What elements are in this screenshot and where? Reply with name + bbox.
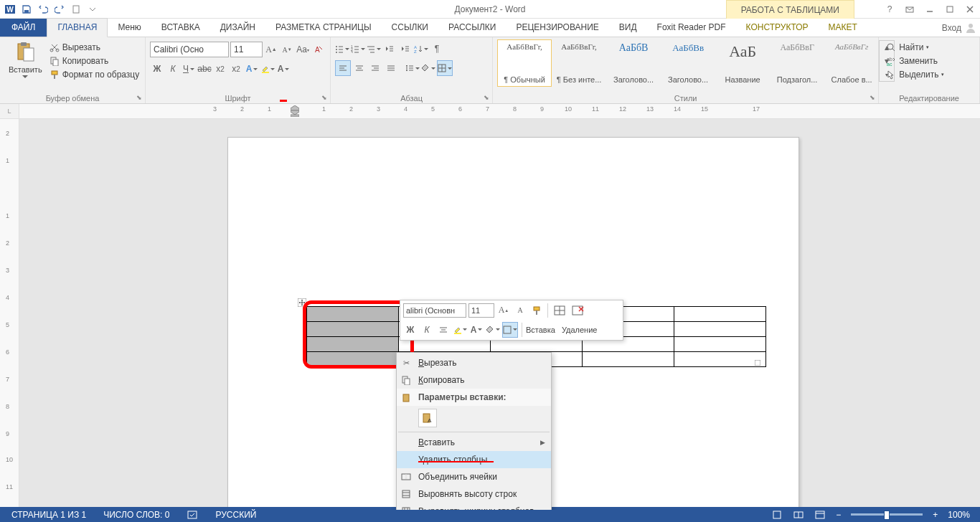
style-heading-2[interactable]: АаБбВвЗаголово... (661, 39, 715, 87)
strikethrough-icon[interactable]: abc (197, 62, 212, 76)
font-name-selector[interactable]: Calibri (Осно (150, 42, 229, 57)
italic-icon[interactable]: К (166, 62, 180, 76)
tab-file[interactable]: ФАЙЛ (0, 19, 47, 37)
zoom-level[interactable]: 100% (943, 507, 974, 522)
ruler-horizontal[interactable]: 321 123 456 789 101112 131415 17 (19, 104, 980, 118)
tab-table-layout[interactable]: МАКЕТ (819, 19, 867, 37)
align-right-icon[interactable] (368, 61, 382, 75)
style-title[interactable]: АаБНазвание (715, 39, 770, 87)
numbering-icon[interactable]: 123 (351, 42, 365, 56)
ctx-distribute-rows[interactable]: Выровнять высоту строк (397, 485, 551, 503)
increase-indent-icon[interactable] (398, 42, 413, 56)
mini-font-selector[interactable]: alibri (Основн (403, 303, 466, 318)
align-left-icon[interactable] (335, 60, 351, 76)
bullets-icon[interactable] (335, 42, 349, 56)
cut-button[interactable]: Вырезать (47, 41, 143, 54)
tab-menu[interactable]: Меню (108, 19, 151, 37)
sb-word-count[interactable]: ЧИСЛО СЛОВ: 0 (99, 507, 174, 522)
help-icon[interactable]: ? (880, 1, 900, 17)
style-subtitle[interactable]: АаБбВвГПодзагол... (770, 39, 824, 87)
underline-icon[interactable]: Ч (182, 62, 196, 76)
sb-language[interactable]: РУССКИЙ (211, 507, 260, 522)
view-read-mode-icon[interactable] (788, 507, 809, 522)
mini-highlight-icon[interactable] (453, 323, 467, 337)
multilevel-list-icon[interactable] (367, 42, 381, 56)
find-button[interactable]: Найти ▾ (883, 41, 947, 54)
copy-button[interactable]: Копировать (47, 54, 143, 67)
shading-icon[interactable] (421, 61, 435, 75)
ribbon-display-icon[interactable] (900, 1, 920, 17)
tab-review[interactable]: РЕЦЕНЗИРОВАНИЕ (506, 19, 608, 37)
subscript-icon[interactable]: x2 (213, 62, 227, 76)
styles-dialog-launcher[interactable]: ⬊ (868, 93, 877, 102)
sort-icon[interactable]: AZ (414, 42, 428, 56)
shrink-font-icon[interactable]: A▼ (280, 42, 294, 57)
style-normal[interactable]: АаБбВвГг,¶ Обычный (497, 39, 552, 87)
qat-customize-icon[interactable] (85, 1, 100, 17)
ruler-vertical[interactable]: 21 12 34 56 78 910 11 (0, 119, 19, 510)
decrease-indent-icon[interactable] (382, 42, 397, 56)
superscript-icon[interactable]: x2 (229, 62, 243, 76)
mini-shading-icon[interactable] (486, 323, 500, 337)
mini-align-icon[interactable] (436, 323, 451, 337)
font-color-icon[interactable]: A (276, 62, 291, 76)
show-formatting-icon[interactable]: ¶ (430, 42, 444, 56)
word-icon[interactable]: W (2, 1, 18, 17)
mini-shrink-font-icon[interactable]: A (513, 303, 527, 318)
tab-view[interactable]: ВИД (609, 19, 647, 37)
tab-home[interactable]: ГЛАВНАЯ (47, 18, 108, 37)
mini-bold-icon[interactable]: Ж (403, 323, 418, 337)
mini-size-selector[interactable]: 11 (468, 303, 494, 318)
tab-design[interactable]: ДИЗАЙН (210, 19, 265, 37)
paste-button[interactable]: Вставить (4, 39, 47, 80)
tab-selector[interactable]: L (0, 104, 19, 118)
tab-mailings[interactable]: РАССЫЛКИ (438, 19, 506, 37)
mini-font-color-icon[interactable]: A (469, 323, 484, 337)
ctx-copy[interactable]: Копировать (397, 371, 551, 389)
mini-format-painter-icon[interactable] (529, 303, 544, 318)
ctx-cut[interactable]: ✂Вырезать (397, 354, 551, 371)
save-icon[interactable] (19, 1, 34, 17)
mini-grow-font-icon[interactable]: A▲ (496, 303, 511, 318)
mini-insert-button[interactable] (552, 305, 567, 316)
mini-italic-icon[interactable]: К (420, 323, 434, 337)
zoom-in-icon[interactable]: + (928, 507, 942, 522)
page-area[interactable]: alibri (Основн 11 A▲ A Ж К A Вставка (19, 119, 980, 510)
bold-icon[interactable]: Ж (150, 62, 164, 76)
borders-icon[interactable] (437, 60, 453, 76)
ctx-insert[interactable]: Вставить▶ (397, 434, 551, 451)
zoom-out-icon[interactable]: − (831, 507, 845, 522)
font-size-selector[interactable]: 11 (230, 42, 263, 57)
clipboard-dialog-launcher[interactable]: ⬊ (135, 93, 143, 102)
style-no-spacing[interactable]: АаБбВвГг,¶ Без инте... (552, 39, 606, 87)
change-case-icon[interactable]: Aa▾ (296, 42, 310, 57)
view-web-layout-icon[interactable] (810, 507, 830, 522)
sb-spell-check-icon[interactable] (182, 507, 202, 522)
tab-table-design[interactable]: КОНСТРУКТОР (736, 19, 819, 37)
mini-borders-icon[interactable] (502, 322, 518, 338)
mini-delete-button[interactable] (570, 305, 585, 316)
style-subtle-emphasis[interactable]: АаБбВвГгСлабое в... (824, 39, 879, 87)
redo-icon[interactable] (52, 1, 67, 17)
format-painter-button[interactable]: Формат по образцу (47, 68, 143, 81)
undo-icon[interactable] (35, 1, 51, 17)
new-doc-icon[interactable] (68, 1, 84, 17)
view-print-layout-icon[interactable] (767, 507, 787, 522)
zoom-slider[interactable] (851, 513, 923, 516)
ctx-delete-columns[interactable]: Удалить столбцы (397, 451, 551, 468)
tab-foxit[interactable]: Foxit Reader PDF (647, 19, 736, 37)
maximize-icon[interactable] (940, 1, 960, 17)
tab-references[interactable]: ССЫЛКИ (382, 19, 438, 37)
ctx-merge-cells[interactable]: Объединить ячейки (397, 468, 551, 485)
paste-keep-source-icon[interactable]: A (418, 409, 437, 427)
tab-insert[interactable]: ВСТАВКА (151, 19, 210, 37)
replace-button[interactable]: abacЗаменить (883, 54, 947, 67)
style-gallery[interactable]: АаБбВвГг,¶ Обычный АаБбВвГг,¶ Без инте..… (497, 39, 879, 87)
style-heading-1[interactable]: АаБбВЗаголово... (606, 39, 661, 87)
ctx-distribute-cols[interactable]: Выровнять ширину столбцов (397, 503, 551, 510)
font-dialog-launcher[interactable]: ⬊ (320, 93, 329, 102)
align-justify-icon[interactable] (384, 61, 398, 75)
line-spacing-icon[interactable] (405, 61, 420, 75)
paragraph-dialog-launcher[interactable]: ⬊ (482, 93, 491, 102)
account-login[interactable]: Вход (942, 19, 976, 37)
